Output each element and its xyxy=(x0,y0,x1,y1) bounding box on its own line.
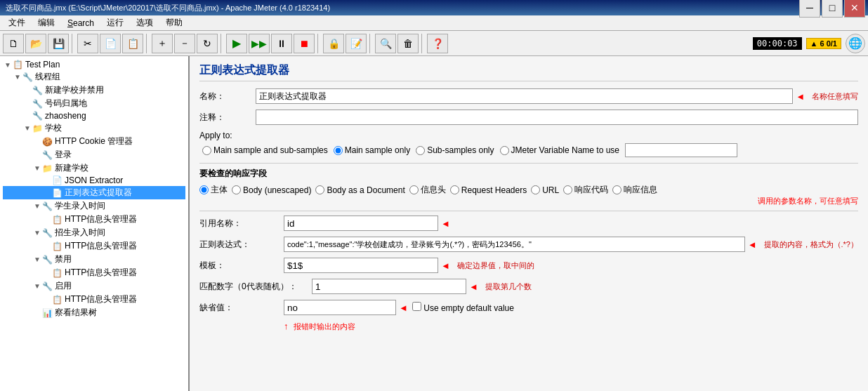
regex-annotation: 提取的内容，格式为（.*?） xyxy=(764,239,858,250)
default-label: 缺省值： xyxy=(199,302,284,314)
refresh-button[interactable]: ↻ xyxy=(197,34,218,53)
apply-main-only[interactable]: Main sample only xyxy=(334,145,410,155)
tree-panel: ▼ 📋 Test Plan ▼ 🔧 线程组 🔧 新建学校并禁用 🔧 号码归属地 … xyxy=(0,56,190,391)
ref-name-input[interactable] xyxy=(284,216,438,231)
regex-label: 正则表达式： xyxy=(199,239,284,251)
apply-to-row: Apply to: xyxy=(199,131,858,140)
regex-input[interactable] xyxy=(284,237,745,252)
toolbar-right: 00:00:03 ▲ 6 0/1 🌐 xyxy=(753,34,865,53)
threadgroup-icon: 🔧 xyxy=(22,72,33,82)
tree-item-http-header3[interactable]: 📋 HTTP信息头管理器 xyxy=(3,266,185,279)
maximize-button[interactable]: □ xyxy=(822,0,843,18)
menu-edit[interactable]: 编辑 xyxy=(32,15,60,30)
resp-code[interactable]: 响应代码 xyxy=(563,184,608,196)
apply-main-sub[interactable]: Main sample and sub-samples xyxy=(202,145,328,155)
tree-item-student-time[interactable]: ▼ 🔧 学生录入时间 xyxy=(3,199,185,213)
menu-options[interactable]: 选项 xyxy=(131,15,159,30)
menu-run[interactable]: 运行 xyxy=(101,15,129,30)
divider-2 xyxy=(199,211,858,211)
resp-body-unescaped[interactable]: Body (unescaped) xyxy=(232,185,311,195)
separator-2 xyxy=(146,34,149,53)
cut-button[interactable]: ✂ xyxy=(77,34,98,53)
tree-item-threadgroup[interactable]: ▼ 🔧 线程组 xyxy=(3,70,185,84)
paste-button[interactable]: 📋 xyxy=(122,34,143,53)
match-arrow-icon: ◄ xyxy=(469,281,478,292)
tree-item-newschool-disabled[interactable]: 🔧 新建学校并禁用 xyxy=(3,84,185,97)
comment-label: 注释： xyxy=(199,112,256,124)
search-toolbar-button[interactable]: 🔍 xyxy=(375,34,396,53)
run-button[interactable]: ▶ xyxy=(226,34,247,53)
open-button[interactable]: 📂 xyxy=(25,34,46,53)
name-annotation: 名称任意填写 xyxy=(812,91,858,102)
resp-body[interactable]: 主体 xyxy=(199,184,228,196)
template-row: 模板： ◄ 确定边界值，取中间的 xyxy=(199,258,858,273)
template-annotation: 确定边界值，取中间的 xyxy=(457,260,534,271)
tree-item-school[interactable]: ▼ 📁 学校 xyxy=(3,121,185,135)
title-bar: 选取不同商品.jmx (E:\Script\JMeter\202017\选取不同… xyxy=(0,0,868,15)
default-annotation-arrow: ↑ xyxy=(284,321,289,331)
response-annotation: 调用的参数名称，可任意填写 xyxy=(758,197,858,205)
default-arrow-icon: ◄ xyxy=(399,303,408,313)
tree-item-http-header4[interactable]: 📋 HTTP信息头管理器 xyxy=(3,293,185,306)
default-annotation-row: ↑ 报错时输出的内容 xyxy=(199,321,858,332)
panel-title: 正则表达式提取器 xyxy=(199,63,858,81)
use-empty-checkbox[interactable] xyxy=(412,302,421,311)
save-button[interactable]: 💾 xyxy=(48,34,69,53)
new-button[interactable]: 🗋 xyxy=(3,34,24,53)
comment-input[interactable] xyxy=(256,110,858,125)
tree-item-cookie[interactable]: 🍪 HTTP Cookie 管理器 xyxy=(3,135,185,148)
resp-message[interactable]: 响应信息 xyxy=(612,184,657,196)
tree-item-http-header2[interactable]: 📋 HTTP信息头管理器 xyxy=(3,239,185,253)
match-label: 匹配数字（0代表随机）： xyxy=(199,281,312,293)
separator-1 xyxy=(72,34,74,53)
tree-item-testplan[interactable]: ▼ 📋 Test Plan xyxy=(3,59,185,70)
log-button[interactable]: 📝 xyxy=(346,34,367,53)
resp-body-document[interactable]: Body as a Document xyxy=(315,185,405,195)
name-label: 名称： xyxy=(199,91,256,102)
match-input[interactable] xyxy=(312,279,466,294)
close-button[interactable]: ✕ xyxy=(844,0,865,18)
menu-search[interactable]: Search xyxy=(62,17,100,29)
stop-button[interactable]: ⏹ xyxy=(294,34,315,53)
tree-item-zhaosheng[interactable]: 🔧 zhaosheng xyxy=(3,110,185,121)
apply-sub-only[interactable]: Sub-samples only xyxy=(416,145,494,155)
separator-4 xyxy=(317,34,320,53)
warning-badge: ▲ 6 0/1 xyxy=(806,38,841,49)
tree-item-disable[interactable]: ▼ 🔧 禁用 xyxy=(3,253,185,266)
default-input[interactable] xyxy=(284,300,396,315)
help-toolbar-button[interactable]: ❓ xyxy=(427,34,448,53)
name-input[interactable] xyxy=(256,88,793,104)
apply-jmeter-var[interactable]: JMeter Variable Name to use xyxy=(500,145,620,155)
resp-header[interactable]: 信息头 xyxy=(409,184,446,196)
jmeter-var-input[interactable] xyxy=(625,143,737,157)
tree-item-login[interactable]: 🔧 登录 xyxy=(3,148,185,161)
tree-item-regex-extractor[interactable]: 📄 正则表达式提取器 xyxy=(3,186,185,199)
tree-item-recruit-time[interactable]: ▼ 🔧 招生录入时间 xyxy=(3,226,185,239)
minimize-button[interactable]: ─ xyxy=(799,0,820,18)
template-input[interactable] xyxy=(284,258,438,273)
pause-button[interactable]: ⏸ xyxy=(271,34,292,53)
collapse-button[interactable]: － xyxy=(174,34,195,53)
tree-item-json-extractor[interactable]: 📄 JSON Extractor xyxy=(3,175,185,186)
menu-file[interactable]: 文件 xyxy=(3,15,31,30)
copy-button[interactable]: 📄 xyxy=(100,34,121,53)
tree-item-newschool[interactable]: ▼ 📁 新建学校 xyxy=(3,161,185,175)
run-no-pause-button[interactable]: ▶▶ xyxy=(249,34,270,53)
resp-url[interactable]: URL xyxy=(531,185,559,195)
title-bar-buttons: ─ □ ✕ xyxy=(799,0,865,18)
expand-button[interactable]: ＋ xyxy=(152,34,173,53)
clear-button[interactable]: 🗑 xyxy=(397,34,419,53)
tree-item-http-header1[interactable]: 📋 HTTP信息头管理器 xyxy=(3,213,185,226)
menu-help[interactable]: 帮助 xyxy=(160,15,188,30)
default-annotation: 报错时输出的内容 xyxy=(294,322,355,331)
menu-bar: 文件 编辑 Search 运行 选项 帮助 xyxy=(0,15,868,31)
resp-req-headers[interactable]: Request Headers xyxy=(450,185,527,195)
tree-item-view-results[interactable]: 📊 察看结果树 xyxy=(3,306,185,319)
tree-item-enable[interactable]: ▼ 🔧 启用 xyxy=(3,279,185,293)
tree-item-phone[interactable]: 🔧 号码归属地 xyxy=(3,97,185,110)
match-annotation: 提取第几个数 xyxy=(485,281,532,292)
comment-row: 注释： xyxy=(199,110,858,125)
use-empty-checkbox-wrapper: Use empty default value xyxy=(412,302,514,313)
ssl-button[interactable]: 🔒 xyxy=(323,34,344,53)
main-layout: ▼ 📋 Test Plan ▼ 🔧 线程组 🔧 新建学校并禁用 🔧 号码归属地 … xyxy=(0,56,868,391)
